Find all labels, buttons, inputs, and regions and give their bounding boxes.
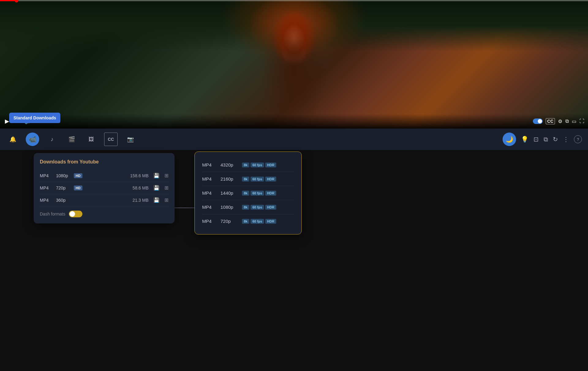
progress-bar-container[interactable] (0, 0, 588, 1)
premium-row-4320p: MP4 4320p 8k 60 fps HDR (202, 158, 294, 172)
dl-save-icon-2[interactable]: 💾 (153, 185, 160, 191)
image-toolbar-button[interactable]: 🖼 (85, 133, 98, 146)
dl-size-1: 158.6 MB (127, 173, 149, 178)
dl-format-1: MP4 (40, 173, 54, 178)
video-background (0, 0, 588, 129)
captions-toolbar-button[interactable]: CC (104, 133, 118, 146)
tooltip-label: Standard Downloads (13, 115, 56, 120)
pr-format-1440: MP4 (202, 190, 217, 196)
captions-ctrl-icon[interactable]: CC (546, 118, 555, 124)
theater-ctrl-icon[interactable]: ▭ (572, 118, 576, 124)
connector-line (175, 208, 196, 208)
pr-resolution-2160: 2160p (221, 176, 239, 182)
refresh-toolbar-button[interactable]: ↻ (553, 136, 558, 143)
dl-format-3: MP4 (40, 198, 54, 203)
pr-format-2160: MP4 (202, 176, 217, 182)
download-row-720p: MP4 720p HD 58.6 MB 💾 ⊞ (40, 182, 168, 194)
premium-row-720p: MP4 720p 8k 60 fps HDR (202, 214, 294, 228)
layers-toolbar-button[interactable]: ⧉ (544, 136, 548, 143)
crop-toolbar-button[interactable]: ⊡ (533, 136, 539, 143)
settings-ctrl-icon[interactable]: ⚙ (558, 118, 562, 124)
dl-save-icon-3[interactable]: 💾 (153, 197, 160, 203)
fullscreen-ctrl-icon[interactable]: ⛶ (579, 118, 584, 124)
dl-badge-hd-2: HD (74, 186, 82, 190)
moon-toolbar-button[interactable]: 🌙 (503, 133, 516, 146)
pr-badge-fps-1440: 60 fps (251, 191, 264, 196)
download-row-360p: MP4 360p 21.3 MB 💾 ⊞ (40, 194, 168, 206)
pr-badge-8k-2160: 8k (242, 177, 249, 182)
video-player: ▶ ⏭ 🔊 0:06 / 3:32 CC ⚙ ⧉ ▭ ⛶ (0, 0, 588, 129)
progress-bar-fill (0, 0, 17, 1)
dl-save-icon-1[interactable]: 💾 (153, 173, 160, 178)
player-controls-bar: ▶ ⏭ 🔊 0:06 / 3:32 CC ⚙ ⧉ ▭ ⛶ (0, 114, 588, 129)
dl-size-2: 58.6 MB (127, 186, 149, 190)
toolbar-right-group: 🌙 💡 ⊡ ⧉ ↻ ⋮ ? (503, 133, 582, 146)
screenshot-toolbar-button[interactable]: 📷 (124, 133, 137, 146)
bell-toolbar-button[interactable]: 🔔 (6, 133, 20, 146)
premium-row-1080p: MP4 1080p 8k 60 fps HDR (202, 200, 294, 214)
dl-qr-icon-2[interactable]: ⊞ (164, 185, 168, 191)
downloads-panel-title: Downloads from Youtube (40, 159, 168, 165)
music-toolbar-button[interactable]: ♪ (45, 133, 59, 146)
pr-resolution-1440: 1440p (221, 190, 239, 196)
pr-badges-4320: 8k 60 fps HDR (242, 163, 276, 167)
pr-badge-8k-720: 8k (242, 219, 249, 224)
pr-badge-hdr-2160: HDR (265, 177, 276, 182)
pr-badge-hdr-1080: HDR (265, 205, 276, 210)
more-toolbar-button[interactable]: ⋮ (563, 136, 569, 143)
help-toolbar-button[interactable]: ? (574, 135, 582, 143)
pr-badge-hdr-1440: HDR (265, 191, 276, 196)
pr-resolution-1080: 1080p (221, 204, 239, 210)
pr-badges-1080: 8k 60 fps HDR (242, 205, 276, 210)
premium-downloads-panel: MP4 4320p 8k 60 fps HDR MP4 2160p 8k 60 … (194, 152, 302, 234)
downloads-panel: Downloads from Youtube MP4 1080p HD 158.… (34, 153, 175, 223)
dash-toggle-dot (70, 211, 75, 217)
pr-badge-fps-720: 60 fps (251, 219, 264, 224)
pr-badge-8k-4320: 8k (242, 163, 249, 167)
dl-qr-icon-3[interactable]: ⊞ (164, 197, 168, 203)
autoplay-toggle-icon[interactable] (533, 118, 543, 124)
video-toolbar-button[interactable]: 🎬 (65, 133, 78, 146)
pr-badge-hdr-4320: HDR (265, 163, 276, 167)
pr-format-1080: MP4 (202, 204, 217, 210)
pr-resolution-720: 720p (221, 219, 239, 224)
dash-toggle[interactable] (69, 211, 82, 217)
dl-format-2: MP4 (40, 186, 54, 190)
pr-badge-fps-2160: 60 fps (251, 177, 264, 182)
bulb-toolbar-button[interactable]: 💡 (521, 136, 529, 143)
pr-badge-fps-4320: 60 fps (251, 163, 264, 167)
dl-badge-hd-1: HD (74, 173, 82, 178)
dl-resolution-3: 360p (56, 198, 71, 203)
dl-resolution-2: 720p (56, 186, 71, 190)
pr-badge-8k-1080: 8k (242, 205, 249, 210)
right-controls: CC ⚙ ⧉ ▭ ⛶ (533, 118, 584, 124)
pr-badges-720: 8k 60 fps HDR (242, 219, 276, 224)
pr-badge-fps-1080: 60 fps (251, 205, 264, 210)
premium-row-1440p: MP4 1440p 8k 60 fps HDR (202, 186, 294, 200)
download-row-1080p: MP4 1080p HD 158.6 MB 💾 ⊞ (40, 170, 168, 182)
dl-qr-icon-1[interactable]: ⊞ (164, 173, 168, 178)
camera-toolbar-button[interactable]: 📹 (26, 133, 39, 146)
pr-badge-hdr-720: HDR (265, 219, 276, 224)
pr-badges-1440: 8k 60 fps HDR (242, 191, 276, 196)
bottom-toolbar: 🔔 📹 ♪ 🎬 🖼 CC 📷 🌙 💡 ⊡ ⧉ ↻ ⋮ ? (0, 129, 588, 150)
dl-size-3: 21.3 MB (127, 198, 149, 203)
standard-downloads-tooltip: Standard Downloads (9, 113, 60, 123)
dash-label: Dash formats (40, 212, 65, 216)
pr-resolution-4320: 4320p (221, 162, 239, 167)
pr-format-720: MP4 (202, 219, 217, 224)
video-subject-overlay (0, 0, 588, 129)
pr-badges-2160: 8k 60 fps HDR (242, 177, 276, 182)
miniplayer-ctrl-icon[interactable]: ⧉ (565, 118, 569, 124)
dl-resolution-1: 1080p (56, 173, 71, 178)
premium-row-2160p: MP4 2160p 8k 60 fps HDR (202, 172, 294, 186)
pr-badge-8k-1440: 8k (242, 191, 249, 196)
pr-format-4320: MP4 (202, 162, 217, 167)
dash-formats-row: Dash formats (40, 206, 168, 217)
